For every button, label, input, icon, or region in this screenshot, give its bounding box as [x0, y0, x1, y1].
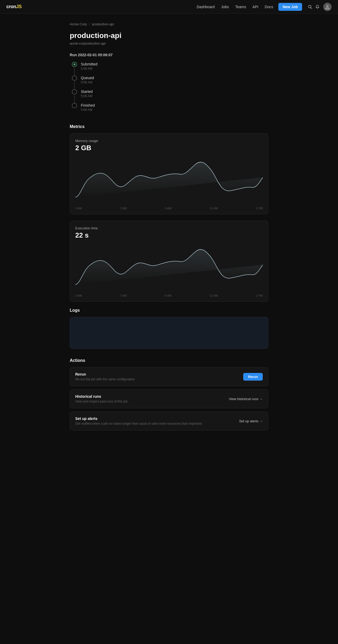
timeline-content-started: Started 5:06 AM — [81, 89, 93, 101]
svg-line-1 — [311, 8, 312, 9]
timeline-label-started: Started — [81, 89, 93, 94]
memory-chart-svg — [75, 156, 263, 204]
search-icon — [308, 5, 312, 9]
actions-heading: Actions — [70, 358, 268, 363]
timeline-content-queued: Queued 5:06 AM — [81, 75, 94, 87]
action-info-alerts: Set up alerts Get notified when a job ru… — [75, 416, 202, 425]
logs-section: Logs — [70, 308, 268, 349]
actions-section: Actions Rerun Re-run the job with the sa… — [70, 358, 268, 430]
execution-chart-value: 22 s — [75, 231, 263, 239]
action-desc-rerun: Re-run the job with the same configurati… — [75, 377, 135, 381]
timeline-time-submitted: 5:06 AM — [81, 67, 97, 70]
memory-chart-xaxis: 5 AM 7 AM 9 AM 11 AM 1 PM — [75, 205, 263, 210]
timeline-item-started: Started 5:06 AM — [72, 89, 268, 103]
nav-jobs[interactable]: Jobs — [221, 5, 229, 9]
timeline-content-submitted: Submitted 5:06 AM — [81, 62, 97, 74]
execution-chart-xaxis: 5 AM 7 AM 9 AM 11 AM 1 PM — [75, 292, 263, 297]
timeline-line-0 — [74, 68, 75, 75]
nav-docs[interactable]: Docs — [265, 5, 273, 9]
timeline-time-started: 5:06 AM — [81, 94, 93, 98]
svg-point-3 — [326, 5, 329, 7]
memory-chart-card: Memory usage 2 GB 5 AM 7 AM 9 AM 11 AM 1… — [70, 133, 268, 214]
execution-chart-card: Execution time 22 s 5 AM 7 AM 9 AM 11 AM… — [70, 221, 268, 302]
navbar: cronJS Dashboard Jobs Teams API Docs New… — [0, 0, 338, 14]
notifications-button[interactable] — [314, 3, 321, 11]
search-button[interactable] — [306, 3, 314, 11]
timeline-dot-submitted — [72, 62, 77, 67]
action-title-alerts: Set up alerts — [75, 416, 202, 421]
timeline-line-1 — [74, 81, 75, 89]
rerun-button[interactable]: Rerun — [243, 373, 263, 381]
action-card-historical: Historical runs View and inspect past ru… — [70, 389, 268, 408]
main-content: Acme Corp / production-api production-ap… — [63, 14, 275, 461]
logs-heading: Logs — [70, 308, 268, 313]
timeline-item-submitted: Submitted 5:06 AM — [72, 62, 268, 75]
breadcrumb-current: production-api — [92, 22, 114, 26]
logo-js: JS — [16, 4, 22, 9]
timeline-dot-col-0 — [72, 62, 77, 75]
setup-alerts-link[interactable]: Set up alerts → — [239, 419, 263, 423]
timeline-content-finished: Finished 5:06 AM — [81, 103, 95, 115]
logo[interactable]: cronJS — [6, 4, 22, 10]
user-avatar[interactable] — [323, 3, 332, 11]
execution-chart-svg — [75, 244, 263, 291]
page-subtitle: acme-co/production-api — [70, 41, 268, 45]
action-desc-alerts: Get notified when a job run takes longer… — [75, 422, 202, 425]
breadcrumb: Acme Corp / production-api — [70, 22, 268, 26]
timeline-dot-finished — [72, 103, 77, 108]
action-desc-historical: View and inspect past runs of this job — [75, 400, 128, 403]
metrics-heading: Metrics — [70, 124, 268, 129]
timeline: Submitted 5:06 AM Queued 5:06 AM Started — [70, 62, 268, 115]
execution-chart-label: Execution time — [75, 226, 263, 230]
nav-dashboard[interactable]: Dashboard — [197, 5, 215, 9]
action-title-rerun: Rerun — [75, 372, 135, 376]
nav-api[interactable]: API — [252, 5, 259, 9]
logo-cron: cron — [6, 4, 16, 9]
breadcrumb-separator: / — [89, 22, 90, 26]
action-card-alerts: Set up alerts Get notified when a job ru… — [70, 411, 268, 430]
timeline-line-2 — [74, 95, 75, 103]
timeline-item-queued: Queued 5:06 AM — [72, 75, 268, 89]
new-job-button[interactable]: New Job — [278, 3, 302, 11]
action-card-rerun: Rerun Re-run the job with the same confi… — [70, 367, 268, 386]
breadcrumb-parent[interactable]: Acme Corp — [70, 22, 87, 26]
timeline-label-queued: Queued — [81, 76, 94, 80]
timeline-dot-col-1 — [72, 75, 77, 89]
timeline-item-finished: Finished 5:06 AM — [72, 103, 268, 115]
timeline-time-queued: 5:06 AM — [81, 80, 94, 84]
timeline-dot-queued — [72, 75, 77, 81]
memory-chart-value: 2 GB — [75, 144, 263, 152]
action-info-rerun: Rerun Re-run the job with the same confi… — [75, 372, 135, 381]
timeline-dot-started — [72, 89, 77, 94]
timeline-dot-col-2 — [72, 89, 77, 103]
timeline-label-finished: Finished — [81, 103, 95, 107]
run-header: Run 2022-02-01 05:06:07 — [70, 53, 268, 57]
page-title: production-api — [70, 31, 268, 40]
timeline-label-submitted: Submitted — [81, 62, 97, 66]
action-info-historical: Historical runs View and inspect past ru… — [75, 394, 128, 403]
bell-icon — [315, 5, 320, 9]
timeline-time-finished: 5:06 AM — [81, 108, 95, 112]
timeline-dot-col-3 — [72, 103, 77, 108]
nav-teams[interactable]: Teams — [235, 5, 246, 9]
nav-links: Dashboard Jobs Teams API Docs — [197, 5, 273, 9]
action-title-historical: Historical runs — [75, 394, 128, 399]
historical-runs-link[interactable]: View historical runs → — [229, 397, 263, 401]
logs-box[interactable] — [70, 317, 268, 349]
memory-chart-label: Memory usage — [75, 139, 263, 143]
